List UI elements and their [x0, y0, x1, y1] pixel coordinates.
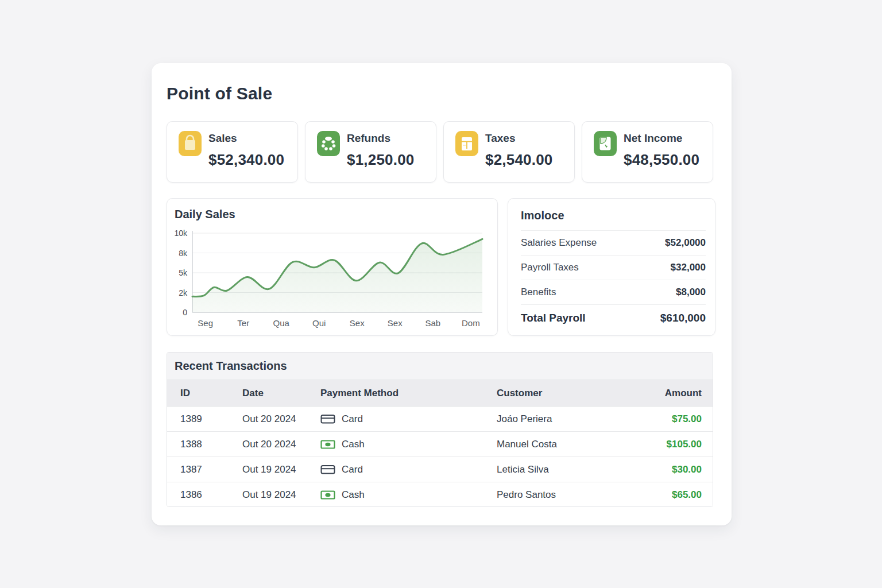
cell-customer: Manuel Costa [497, 439, 633, 450]
transactions-titlebar: Recent Transactions [167, 353, 713, 380]
cell-customer: Pedro Santos [497, 489, 633, 501]
stat-card-net-income[interactable]: Net Income $48,550.00 [582, 121, 713, 183]
svg-text:Sab: Sab [425, 318, 440, 328]
cell-payment-method: Card [320, 464, 497, 475]
payroll-title: Imoloce [521, 199, 706, 231]
cell-date: Out 20 2024 [242, 439, 320, 450]
cash-icon [320, 490, 335, 500]
payroll-row-salaries: Salaries Expense $52,0000 [521, 231, 706, 256]
transaction-row-1389[interactable]: 1389Out 20 2024CardJoáo Periera$75.00 [167, 407, 713, 432]
column-header-date: Date [242, 388, 320, 399]
payroll-row-value: $52,0000 [665, 237, 706, 249]
svg-text:Sex: Sex [388, 318, 403, 328]
cell-amount: $105.00 [633, 439, 702, 450]
stat-label: Sales [208, 132, 297, 145]
cell-date: Out 20 2024 [242, 413, 320, 425]
svg-text:Qui: Qui [312, 318, 326, 328]
column-header-payment-method: Payment Method [320, 388, 497, 399]
transaction-row-1388[interactable]: 1388Out 20 2024CashManuel Costa$105.00 [167, 432, 713, 457]
stat-label: Refunds [347, 132, 436, 145]
cell-id: 1387 [180, 464, 242, 475]
cell-date: Out 19 2024 [242, 464, 320, 475]
payroll-row-label: Salaries Expense [521, 237, 597, 249]
recent-transactions-table: Recent Transactions ID Date Payment Meth… [167, 352, 713, 507]
cell-id: 1388 [180, 439, 242, 450]
svg-text:Seg: Seg [198, 318, 213, 328]
shopping-bag-icon [179, 131, 202, 156]
column-header-customer: Customer [497, 388, 633, 399]
cell-amount: $75.00 [633, 413, 702, 425]
cell-id: 1389 [180, 413, 242, 425]
stat-label: Taxes [485, 132, 574, 145]
svg-text:8k: 8k [179, 249, 188, 258]
payroll-total-label: Total Payroll [521, 312, 586, 324]
stat-cards: Sales $52,340.00 Refunds $1,250.00 Taxes… [167, 121, 713, 183]
pos-dashboard-card: Point of Sale Sales $52,340.00 Refunds $… [152, 63, 732, 525]
cell-id: 1386 [180, 489, 242, 501]
stat-card-taxes[interactable]: Taxes $2,540.00 [443, 121, 575, 183]
daily-sales-panel: Daily Sales 10k8k5k2k0SegTerQuaQuiSexSex… [167, 198, 498, 336]
transactions-header-row: ID Date Payment Method Customer Amount [167, 380, 713, 407]
payroll-row-label: Payroll Taxes [521, 262, 579, 273]
svg-text:2k: 2k [179, 288, 188, 297]
card-icon [320, 414, 335, 424]
svg-text:10k: 10k [174, 229, 188, 238]
stat-value: $2,540.00 [485, 151, 574, 182]
cell-date: Out 19 2024 [242, 489, 320, 501]
cell-amount: $65.00 [633, 489, 702, 501]
daily-sales-area-chart: 10k8k5k2k0SegTerQuaQuiSexSexSabDom [171, 229, 492, 331]
transaction-row-1386[interactable]: 1386Out 19 2024CashPedro Santos$65.00 [167, 482, 713, 507]
receipt-icon [455, 131, 478, 156]
payroll-total-value: $610,000 [660, 312, 706, 324]
svg-text:Ter: Ter [237, 318, 249, 328]
payroll-total-row: Total Payroll $610,000 [521, 305, 706, 331]
refund-dots-icon [317, 131, 340, 156]
payroll-row-label: Benefits [521, 287, 556, 298]
payroll-row-value: $8,000 [676, 287, 706, 298]
stat-value: $1,250.00 [347, 151, 436, 182]
cash-icon [320, 439, 335, 450]
cell-amount: $30.00 [633, 464, 702, 475]
payroll-row-taxes: Payroll Taxes $32,000 [521, 256, 706, 280]
svg-text:Dom: Dom [462, 318, 480, 328]
transactions-title: Recent Transactions [175, 359, 287, 373]
cell-customer: Joáo Periera [497, 413, 633, 425]
document-leaf-icon [594, 131, 617, 156]
column-header-amount: Amount [633, 388, 702, 399]
stat-value: $48,550.00 [624, 151, 713, 182]
card-icon [320, 465, 335, 475]
cell-payment-method: Cash [320, 489, 497, 501]
svg-text:Qua: Qua [273, 318, 290, 328]
stat-value: $52,340.00 [208, 151, 297, 182]
payroll-panel: Imoloce Salaries Expense $52,0000 Payrol… [508, 198, 715, 336]
stat-label: Net Income [624, 132, 713, 145]
column-header-id: ID [180, 388, 242, 399]
transaction-row-1387[interactable]: 1387Out 19 2024CardLeticia Silva$30.00 [167, 457, 713, 482]
stat-card-refunds[interactable]: Refunds $1,250.00 [305, 121, 436, 183]
page-title: Point of Sale [167, 84, 272, 103]
stat-card-sales[interactable]: Sales $52,340.00 [167, 121, 298, 183]
cell-payment-method: Card [320, 413, 497, 425]
svg-text:Sex: Sex [350, 318, 365, 328]
payroll-row-benefits: Benefits $8,000 [521, 280, 706, 305]
chart-title: Daily Sales [175, 208, 235, 221]
transactions-body: 1389Out 20 2024CardJoáo Periera$75.00138… [167, 407, 713, 507]
payroll-row-value: $32,000 [671, 262, 706, 273]
cell-customer: Leticia Silva [497, 464, 633, 475]
cell-payment-method: Cash [320, 439, 497, 450]
svg-text:0: 0 [183, 308, 187, 317]
svg-text:5k: 5k [179, 268, 188, 277]
